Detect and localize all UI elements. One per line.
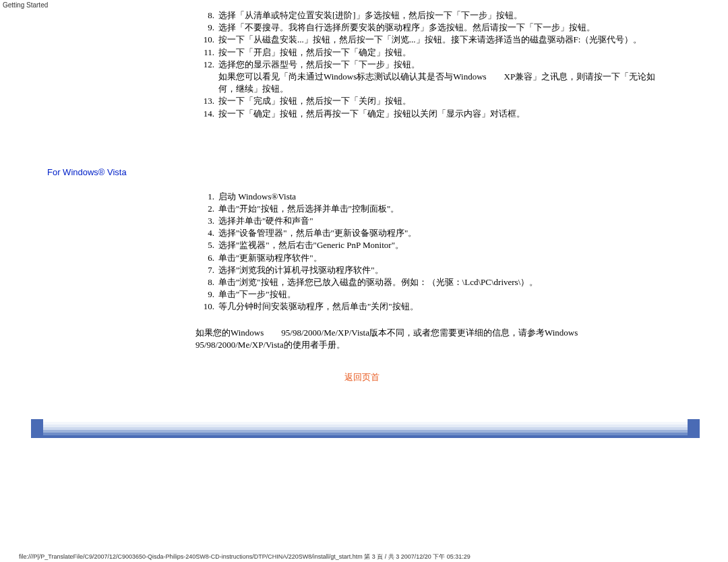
xp-steps-list: 8.选择「从清单或特定位置安装[进阶]」多选按钮，然后按一下「下一步」按钮。 9… xyxy=(209,9,661,120)
step-text: 选择您的显示器型号，然后按一下「下一步」按钮。 如果您可以看见「尚未通过Wind… xyxy=(218,59,655,94)
list-item: 2.单击"开始"按钮，然后选择并单击"控制面板"。 xyxy=(209,203,661,215)
step-text: 选择「从清单或特定位置安装[进阶]」多选按钮，然后按一下「下一步」按钮。 xyxy=(218,10,522,20)
list-item: 14.按一下「确定」按钮，然后再按一下「确定」按钮以关闭「显示内容」对话框。 xyxy=(209,108,661,120)
step-text: 选择"监视器"，然后右击"Generic PnP Monitor"。 xyxy=(218,240,404,250)
step-number: 13. xyxy=(195,95,214,107)
page-header-title: Getting Started xyxy=(0,0,728,10)
step-text: 选择并单击"硬件和声音" xyxy=(218,216,313,226)
step-text: 单击"开始"按钮，然后选择并单击"控制面板"。 xyxy=(218,204,399,214)
list-item: 4.选择"设备管理器"，然后单击"更新设备驱动程序"。 xyxy=(209,227,661,239)
list-item: 6.单击"更新驱动程序软件"。 xyxy=(209,252,661,264)
step-text: 选择"设备管理器"，然后单击"更新设备驱动程序"。 xyxy=(218,228,417,238)
list-item: 10.等几分钟时间安装驱动程序，然后单击"关闭"按钮。 xyxy=(209,301,661,313)
step-number: 7. xyxy=(195,264,214,276)
step-number: 12. xyxy=(195,59,214,71)
step-text: 按一下「开启」按钮，然后按一下「确定」按钮。 xyxy=(218,47,411,57)
list-item: 3.选择并单击"硬件和声音" xyxy=(209,215,661,227)
step-number: 11. xyxy=(195,46,214,59)
step-text: 选择"浏览我的计算机寻找驱动程序软件"。 xyxy=(218,265,384,275)
list-item: 9.选择「不要搜寻。我将自行选择所要安装的驱动程序」多选按钮。然后请按一下「下一… xyxy=(209,22,661,34)
page-frame: 8.选择「从清单或特定位置安装[进阶]」多选按钮，然后按一下「下一步」按钮。 9… xyxy=(31,9,700,438)
step-text: 按一下「确定」按钮，然后再按一下「确定」按钮以关闭「显示内容」对话框。 xyxy=(218,108,525,119)
footer-file-path: file:///P|/P_TranslateFile/C9/2007/12/C9… xyxy=(19,553,471,561)
step-number: 4. xyxy=(195,227,214,239)
step-text: 等几分钟时间安装驱动程序，然后单击"关闭"按钮。 xyxy=(218,301,419,311)
step-number: 9. xyxy=(195,288,214,301)
step-number: 3. xyxy=(195,215,214,227)
step-number: 9. xyxy=(195,22,214,34)
step-number: 1. xyxy=(195,191,214,203)
list-item: 1.启动 Windows®Vista xyxy=(209,191,661,203)
vista-steps-list: 1.启动 Windows®Vista 2.单击"开始"按钮，然后选择并单击"控制… xyxy=(209,191,661,313)
step-number: 10. xyxy=(195,301,214,313)
list-item: 8.选择「从清单或特定位置安装[进阶]」多选按钮，然后按一下「下一步」按钮。 xyxy=(209,9,661,22)
back-to-top-link[interactable]: 返回页首 xyxy=(43,371,681,383)
step-text: 选择「不要搜寻。我将自行选择所要安装的驱动程序」多选按钮。然后请按一下「下一步」… xyxy=(218,22,595,32)
list-item: 13.按一下「完成」按钮，然后按一下「关闭」按钮。 xyxy=(209,95,661,107)
list-item: 12.选择您的显示器型号，然后按一下「下一步」按钮。 如果您可以看见「尚未通过W… xyxy=(209,59,661,96)
step-number: 8. xyxy=(195,9,214,22)
step-number: 8. xyxy=(195,276,214,288)
compatibility-note: 如果您的Windows 95/98/2000/Me/XP/Vista版本不同，或… xyxy=(195,327,654,351)
list-item: 10.按一下「从磁盘安装...」按钮，然后按一下「浏览...」按钮。接下来请选择… xyxy=(209,34,661,46)
step-text: 单击"更新驱动程序软件"。 xyxy=(218,253,322,263)
step-number: 6. xyxy=(195,252,214,264)
list-item: 8.单击"浏览"按钮，选择您已放入磁盘的驱动器。例如：（光驱：\Lcd\PC\d… xyxy=(209,276,661,288)
frame-bottom-border xyxy=(31,419,700,438)
step-number: 14. xyxy=(195,108,214,120)
step-number: 5. xyxy=(195,239,214,251)
list-item: 11.按一下「开启」按钮，然后按一下「确定」按钮。 xyxy=(209,46,661,59)
list-item: 9.单击"下一步"按钮。 xyxy=(209,288,661,301)
vista-section-heading[interactable]: For Windows® Vista xyxy=(43,167,681,177)
step-number: 10. xyxy=(195,34,214,46)
step-text: 按一下「从磁盘安装...」按钮，然后按一下「浏览...」按钮。接下来请选择适当的… xyxy=(218,34,642,44)
step-text: 单击"浏览"按钮，选择您已放入磁盘的驱动器。例如：（光驱：\Lcd\PC\dri… xyxy=(218,277,538,287)
step-number: 2. xyxy=(195,203,214,215)
step-text: 单击"下一步"按钮。 xyxy=(218,289,296,299)
step-text: 按一下「完成」按钮，然后按一下「关闭」按钮。 xyxy=(218,96,411,106)
list-item: 5.选择"监视器"，然后右击"Generic PnP Monitor"。 xyxy=(209,239,661,251)
step-text: 启动 Windows®Vista xyxy=(218,191,296,201)
content-area: 8.选择「从清单或特定位置安装[进阶]」多选按钮，然后按一下「下一步」按钮。 9… xyxy=(43,9,688,419)
list-item: 7.选择"浏览我的计算机寻找驱动程序软件"。 xyxy=(209,264,661,276)
